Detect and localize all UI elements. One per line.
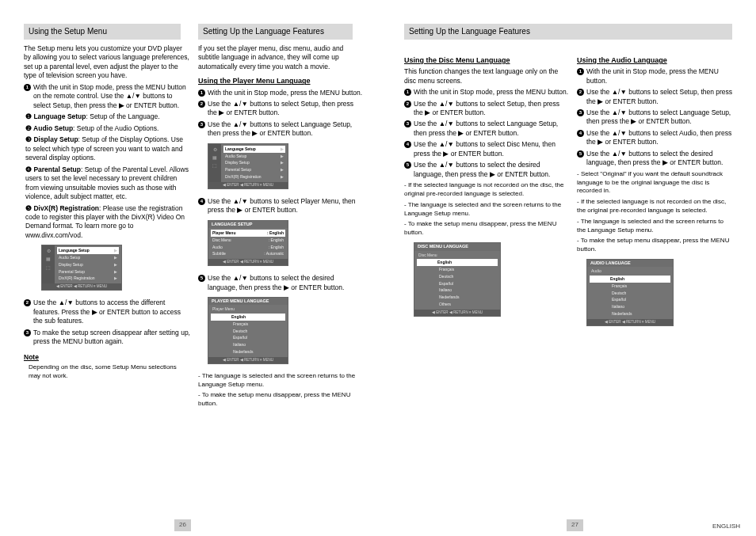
osd-row: Display Setup [57,261,119,268]
osd-language-setup: LANGUAGE SETUP Player Menu: English Disc… [208,220,288,266]
osd-row: Audio Setup [57,254,119,261]
page-number-left: 26 [174,519,191,531]
feature-item: ❺ DivX(R) Registration: Please use the r… [25,204,190,241]
feature-item: ❸ Display Setup: Setup of the Display Op… [25,135,190,162]
section-title: Using the Setup Menu [29,26,107,37]
subsection-heading: Using the Audio Language [577,55,734,65]
osd-lang: English [211,314,285,321]
step: With the unit in Stop mode, press the ME… [586,67,734,86]
page-number-right: 27 [567,519,583,531]
osd-lang: Nederlands [211,348,285,355]
osd-setup-menu: ⚙▦⬚ Language Setup Audio Setup Display S… [208,143,288,189]
section-title-bar: Setting Up the Language Features [198,24,353,40]
right-column-2: Using the Audio Language With the unit i… [577,55,734,334]
osd-lang: English [590,276,670,283]
osd-title: PLAYER MENU LANGUAGE [208,298,288,305]
osd-lang: Nederlands [590,310,670,317]
osd-lang: Others [417,301,498,308]
bullet: - The language is selected and the scree… [577,218,734,235]
step: Use the ▲/▼ buttons to select Language S… [414,120,571,138]
osd-lang: Français [417,266,498,273]
osd-title: AUDIO LANGUAGE [587,260,673,267]
osd-caption: Audio [590,268,670,276]
section-title: Setting Up the Language Features [409,26,530,37]
step: Use the ▲/▼ buttons to select Setup, the… [208,100,365,118]
bullet: - Select "Original" if you want the defa… [577,170,734,196]
bullet: - If the selected language is not record… [577,198,734,215]
osd-lang: Deutsch [417,273,498,280]
osd-caption: Player Menu [211,306,285,314]
bullet: - The language is selected and the scree… [198,372,365,390]
osd-footer: ◀ ENTER ◀ RETURN ≡ MENU [587,319,673,325]
osd-title: LANGUAGE SETUP [208,221,288,228]
left-column-2: Setting Up the Language Features If you … [198,24,365,411]
step: To make the setup screen disappear after… [33,329,190,347]
osd-footer: ◀ ENTER ◀ RETURN ≡ MENU [208,357,288,363]
osd-footer: ◀ ENTER ◀ RETURN ≡ MENU [414,310,500,316]
step: Use the ▲/▼ buttons to select Audio, the… [586,129,734,147]
intro-text: If you set the player menu, disc menu, a… [198,44,365,71]
osd-disc-menu-lang: DISC MENU LANGUAGE Disc Menu English Fra… [414,242,501,316]
osd-lang: Français [211,321,285,328]
osd-row: DivX(R) Registration [57,275,119,282]
osd-row: Language Setup [57,247,119,254]
osd-footer: ◀ ENTER ◀ RETURN ≡ MENU [208,182,288,188]
osd-side-icons: ⚙▦⬚ [42,245,55,283]
step: Use the ▲/▼ buttons to select Setup, the… [586,88,734,106]
steps-list: With the unit in Stop mode, press the ME… [208,89,365,139]
left-column-1: Using the Setup Menu The Setup menu lets… [24,24,190,381]
section-title-bar: Using the Setup Menu [24,24,181,40]
step: Use the ▲/▼ buttons to select Language S… [208,120,365,139]
osd-row: Disc Menu: English [211,237,285,244]
step: Use the ▲/▼ buttons to select the desire… [208,274,365,292]
osd-lang: Español [211,334,285,341]
feature-items: ❶ Language Setup: Setup of the Language.… [25,112,190,240]
bullet: - To make the setup menu disappear, pres… [577,237,734,254]
subsection-heading: Using the Disc Menu Language [404,55,571,65]
step: Use the ▲/▼ buttons to select the desire… [586,150,734,168]
osd-row: Audio Setup [223,153,285,160]
step: With the unit in Stop mode, press the ME… [33,83,190,110]
subsection-heading: Using the Player Menu Language [198,76,365,86]
step: Use the ▲/▼ buttons to select Player Men… [208,197,365,215]
osd-lang: English [417,259,498,266]
osd-lang: Nederlands [417,294,498,301]
osd-lang: Italiano [417,287,498,294]
step: Use the ▲/▼ buttons to select Setup, the… [414,100,571,118]
osd-lang: Français [590,283,670,290]
steps-list: Use the ▲/▼ buttons to select Player Men… [208,197,365,215]
osd-lang: Italiano [590,303,670,310]
step: Use the ▲/▼ buttons to select the desire… [414,161,571,179]
osd-footer: ◀ ENTER ◀ RETURN ≡ MENU [42,283,121,290]
osd-title: DISC MENU LANGUAGE [414,243,500,250]
osd-side-icons: ⚙▦⬚ [208,144,221,182]
right-column-1: Using the Disc Menu Language This functi… [404,55,571,325]
osd-row: Audio: English [211,244,285,251]
osd-row: DivX(R) Registration [223,173,285,181]
osd-lang: Deutsch [211,328,285,335]
osd-row: Parental Setup [223,166,285,173]
note-heading: Note [24,353,190,362]
step: With the unit in Stop mode, press the ME… [414,88,571,97]
osd-lang: Español [590,296,670,303]
osd-lang: Deutsch [590,290,670,297]
intro-text: The Setup menu lets you customize your D… [24,44,190,81]
steps-list: With the unit in Stop mode, press the ME… [414,88,571,179]
osd-row: Language Setup [223,146,285,153]
step: Use the ▲/▼ buttons to select Disc Menu,… [414,140,571,158]
osd-setup-menu: ⚙▦⬚ Language Setup Audio Setup Display S… [41,245,122,291]
page-lang-label: ENGLISH [712,523,740,531]
feature-item: ❹ Parental Setup: Setup of the Parental … [25,165,190,202]
osd-row: Player Menu: English [211,230,285,237]
osd-row: Display Setup [223,159,285,166]
feature-item: ❷ Audio Setup: Setup of the Audio Option… [25,124,190,133]
osd-lang: Español [417,280,498,287]
osd-player-menu-lang: PLAYER MENU LANGUAGE Player Menu English… [208,297,288,364]
osd-audio-lang: AUDIO LANGUAGE Audio English Français De… [586,259,674,326]
osd-row: Subtitle: Automatic [211,250,285,257]
feature-item: ❶ Language Setup: Setup of the Language. [25,112,190,121]
bullet: - To make the setup menu disappear, pres… [404,220,571,238]
steps-list: With the unit in Stop mode, press the ME… [33,83,190,110]
section-title: Setting Up the Language Features [203,26,324,37]
bullet: - To make the setup menu disappear, pres… [198,391,365,409]
